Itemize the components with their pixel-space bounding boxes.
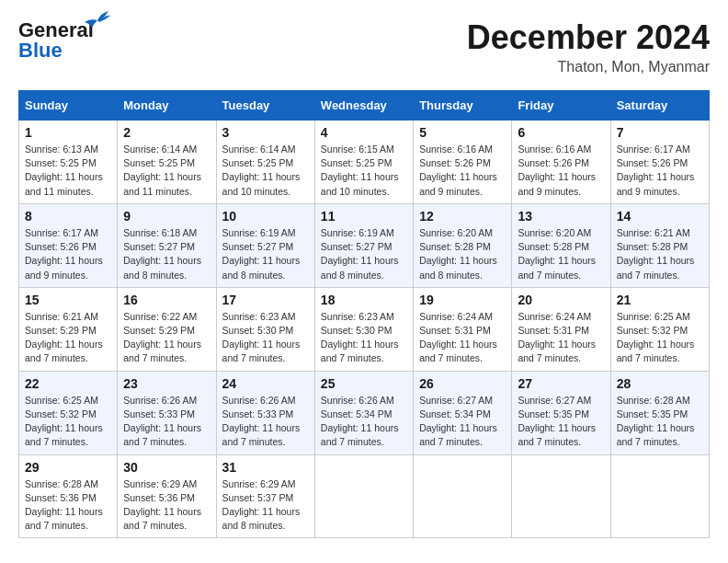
calendar-day-3: 3 Sunrise: 6:14 AMSunset: 5:25 PMDayligh…	[216, 121, 314, 204]
day-info: Sunrise: 6:28 AMSunset: 5:36 PMDaylight:…	[25, 478, 103, 532]
calendar-day-19: 19 Sunrise: 6:24 AMSunset: 5:31 PMDaylig…	[414, 287, 512, 371]
calendar-day-26: 26 Sunrise: 6:27 AMSunset: 5:34 PMDaylig…	[414, 371, 512, 454]
day-info: Sunrise: 6:21 AMSunset: 5:29 PMDaylight:…	[25, 311, 103, 364]
day-info: Sunrise: 6:14 AMSunset: 5:25 PMDaylight:…	[222, 144, 301, 197]
calendar-day-4: 4 Sunrise: 6:15 AMSunset: 5:25 PMDayligh…	[314, 121, 413, 204]
calendar-day-28: 28 Sunrise: 6:28 AMSunset: 5:35 PMDaylig…	[610, 371, 709, 454]
day-number: 3	[222, 125, 309, 140]
day-info: Sunrise: 6:24 AMSunset: 5:31 PMDaylight:…	[518, 311, 596, 364]
day-number: 14	[617, 209, 703, 224]
day-info: Sunrise: 6:22 AMSunset: 5:29 PMDaylight:…	[123, 311, 201, 364]
empty-cell	[414, 454, 512, 538]
calendar-day-7: 7 Sunrise: 6:17 AMSunset: 5:26 PMDayligh…	[610, 121, 709, 204]
day-info: Sunrise: 6:27 AMSunset: 5:34 PMDaylight:…	[419, 395, 497, 448]
day-number: 18	[321, 293, 407, 307]
calendar-day-24: 24 Sunrise: 6:26 AMSunset: 5:33 PMDaylig…	[216, 371, 314, 454]
day-info: Sunrise: 6:14 AMSunset: 5:25 PMDaylight:…	[123, 144, 201, 197]
day-number: 25	[321, 376, 407, 391]
day-info: Sunrise: 6:28 AMSunset: 5:35 PMDaylight:…	[617, 395, 695, 448]
empty-cell	[314, 454, 413, 538]
day-info: Sunrise: 6:16 AMSunset: 5:26 PMDaylight:…	[419, 144, 497, 197]
day-info: Sunrise: 6:29 AMSunset: 5:37 PMDaylight:…	[222, 478, 301, 532]
day-info: Sunrise: 6:16 AMSunset: 5:26 PMDaylight:…	[518, 144, 596, 197]
calendar-day-20: 20 Sunrise: 6:24 AMSunset: 5:31 PMDaylig…	[512, 287, 610, 371]
day-info: Sunrise: 6:25 AMSunset: 5:32 PMDaylight:…	[25, 395, 103, 448]
calendar-day-1: 1 Sunrise: 6:13 AMSunset: 5:25 PMDayligh…	[19, 121, 118, 204]
location-title: Thaton, Mon, Myanmar	[467, 59, 710, 75]
day-info: Sunrise: 6:18 AMSunset: 5:27 PMDaylight:…	[123, 227, 201, 281]
calendar-table: SundayMondayTuesdayWednesdayThursdayFrid…	[18, 90, 710, 538]
day-number: 31	[222, 460, 309, 475]
day-number: 9	[123, 209, 210, 224]
calendar-day-11: 11 Sunrise: 6:19 AMSunset: 5:27 PMDaylig…	[314, 203, 413, 287]
calendar-day-31: 31 Sunrise: 6:29 AMSunset: 5:37 PMDaylig…	[216, 454, 314, 538]
calendar-day-18: 18 Sunrise: 6:23 AMSunset: 5:30 PMDaylig…	[314, 287, 413, 371]
logo-general: General	[18, 18, 94, 41]
day-info: Sunrise: 6:27 AMSunset: 5:35 PMDaylight:…	[518, 395, 596, 448]
day-number: 2	[123, 125, 210, 140]
day-number: 13	[518, 209, 604, 224]
day-info: Sunrise: 6:25 AMSunset: 5:32 PMDaylight:…	[617, 311, 695, 364]
calendar-day-2: 2 Sunrise: 6:14 AMSunset: 5:25 PMDayligh…	[118, 121, 216, 204]
calendar-day-14: 14 Sunrise: 6:21 AMSunset: 5:28 PMDaylig…	[610, 203, 709, 287]
calendar-day-12: 12 Sunrise: 6:20 AMSunset: 5:28 PMDaylig…	[414, 203, 512, 287]
weekday-header-monday: Monday	[118, 91, 216, 121]
calendar-day-30: 30 Sunrise: 6:29 AMSunset: 5:36 PMDaylig…	[118, 454, 216, 538]
month-title: December 2024	[467, 18, 710, 57]
day-number: 29	[25, 460, 111, 475]
day-number: 15	[25, 293, 111, 307]
day-number: 24	[222, 376, 309, 391]
day-info: Sunrise: 6:29 AMSunset: 5:36 PMDaylight:…	[123, 478, 201, 532]
calendar-day-27: 27 Sunrise: 6:27 AMSunset: 5:35 PMDaylig…	[512, 371, 610, 454]
weekday-header-thursday: Thursday	[414, 91, 512, 121]
page-header: General Blue December 2024 Thaton, Mon, …	[18, 18, 710, 75]
day-number: 17	[222, 293, 309, 307]
day-number: 16	[123, 293, 210, 307]
day-number: 22	[25, 376, 111, 391]
calendar-day-10: 10 Sunrise: 6:19 AMSunset: 5:27 PMDaylig…	[216, 203, 314, 287]
day-number: 8	[25, 209, 111, 224]
weekday-header-saturday: Saturday	[610, 91, 709, 121]
day-info: Sunrise: 6:17 AMSunset: 5:26 PMDaylight:…	[25, 227, 103, 281]
empty-cell	[610, 454, 709, 538]
calendar-day-17: 17 Sunrise: 6:23 AMSunset: 5:30 PMDaylig…	[216, 287, 314, 371]
day-number: 10	[222, 209, 309, 224]
day-number: 27	[518, 376, 604, 391]
calendar-day-16: 16 Sunrise: 6:22 AMSunset: 5:29 PMDaylig…	[118, 287, 216, 371]
logo-bird-icon	[85, 11, 110, 29]
day-info: Sunrise: 6:17 AMSunset: 5:26 PMDaylight:…	[617, 144, 695, 197]
day-number: 5	[419, 125, 506, 140]
day-info: Sunrise: 6:21 AMSunset: 5:28 PMDaylight:…	[617, 227, 695, 281]
calendar-day-13: 13 Sunrise: 6:20 AMSunset: 5:28 PMDaylig…	[512, 203, 610, 287]
calendar-week-2: 8 Sunrise: 6:17 AMSunset: 5:26 PMDayligh…	[19, 203, 710, 287]
day-info: Sunrise: 6:19 AMSunset: 5:27 PMDaylight:…	[222, 227, 301, 281]
day-number: 23	[123, 376, 210, 391]
weekday-header-wednesday: Wednesday	[314, 91, 413, 121]
calendar-day-29: 29 Sunrise: 6:28 AMSunset: 5:36 PMDaylig…	[19, 454, 118, 538]
day-number: 21	[617, 293, 703, 307]
day-number: 19	[419, 293, 506, 307]
day-number: 26	[419, 376, 506, 391]
calendar-day-5: 5 Sunrise: 6:16 AMSunset: 5:26 PMDayligh…	[414, 121, 512, 204]
day-info: Sunrise: 6:24 AMSunset: 5:31 PMDaylight:…	[419, 311, 497, 364]
day-number: 11	[321, 209, 407, 224]
calendar-week-3: 15 Sunrise: 6:21 AMSunset: 5:29 PMDaylig…	[19, 287, 710, 371]
day-number: 30	[123, 460, 210, 475]
weekday-header-row: SundayMondayTuesdayWednesdayThursdayFrid…	[19, 91, 710, 121]
calendar-week-4: 22 Sunrise: 6:25 AMSunset: 5:32 PMDaylig…	[19, 371, 710, 454]
calendar-day-9: 9 Sunrise: 6:18 AMSunset: 5:27 PMDayligh…	[118, 203, 216, 287]
day-info: Sunrise: 6:20 AMSunset: 5:28 PMDaylight:…	[419, 227, 497, 281]
weekday-header-tuesday: Tuesday	[216, 91, 314, 121]
calendar-day-6: 6 Sunrise: 6:16 AMSunset: 5:26 PMDayligh…	[512, 121, 610, 204]
calendar-week-1: 1 Sunrise: 6:13 AMSunset: 5:25 PMDayligh…	[19, 121, 710, 204]
day-number: 1	[25, 125, 111, 140]
calendar-week-5: 29 Sunrise: 6:28 AMSunset: 5:36 PMDaylig…	[19, 454, 710, 538]
weekday-header-friday: Friday	[512, 91, 610, 121]
empty-cell	[512, 454, 610, 538]
calendar-day-23: 23 Sunrise: 6:26 AMSunset: 5:33 PMDaylig…	[118, 371, 216, 454]
day-info: Sunrise: 6:26 AMSunset: 5:33 PMDaylight:…	[222, 395, 301, 448]
day-number: 12	[419, 209, 506, 224]
day-info: Sunrise: 6:26 AMSunset: 5:33 PMDaylight:…	[123, 395, 201, 448]
day-info: Sunrise: 6:20 AMSunset: 5:28 PMDaylight:…	[518, 227, 596, 281]
day-info: Sunrise: 6:23 AMSunset: 5:30 PMDaylight:…	[222, 311, 301, 364]
